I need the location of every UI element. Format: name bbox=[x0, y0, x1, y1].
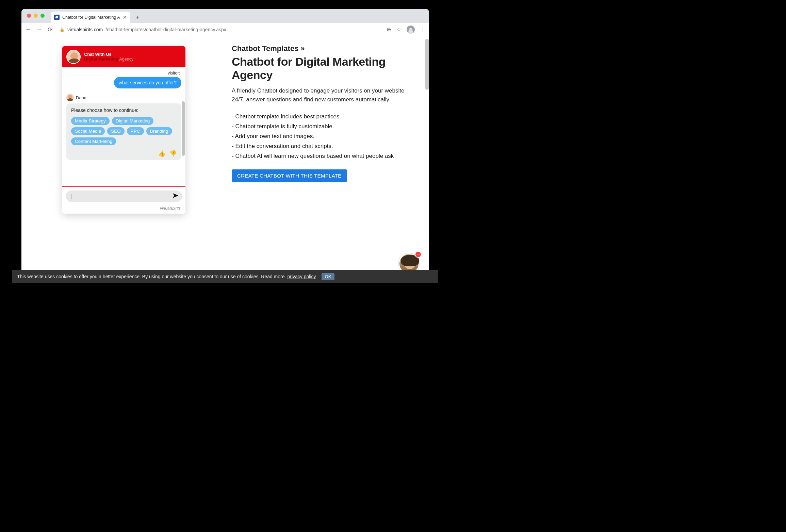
chat-header-subtitle: Digital Marketing Agency bbox=[84, 57, 133, 62]
cookie-ok-button[interactable]: OK bbox=[322, 273, 335, 280]
close-window-icon[interactable] bbox=[27, 14, 31, 18]
page-scrollbar-thumb[interactable] bbox=[425, 39, 429, 90]
url-field[interactable]: 🔒 virtualspirits.com/chatbot-templates/c… bbox=[58, 27, 382, 32]
profile-icon[interactable] bbox=[407, 26, 415, 34]
cookie-text: This website uses cookies to offer you a… bbox=[17, 274, 285, 279]
lock-icon: 🔒 bbox=[60, 27, 65, 32]
chat-input-row bbox=[66, 190, 182, 202]
address-bar: ← → ⟳ 🔒 virtualspirits.com/chatbot-templ… bbox=[21, 23, 429, 36]
bookmark-icon[interactable]: ☆ bbox=[396, 26, 401, 33]
chip-option[interactable]: Social Media bbox=[71, 127, 105, 135]
zoom-icon[interactable]: ⊕ bbox=[387, 26, 391, 33]
chat-text-input[interactable] bbox=[70, 194, 173, 199]
create-chatbot-button[interactable]: CREATE CHATBOT WITH THIS TEMPLATE bbox=[232, 169, 347, 182]
page-title: Chatbot for Digital Marketing Agency bbox=[232, 55, 409, 82]
visitor-message: what services do you offer? bbox=[114, 77, 181, 88]
new-tab-button[interactable]: + bbox=[133, 13, 143, 22]
list-item: - Chatbot template is fully customizable… bbox=[232, 122, 409, 132]
quick-reply-chips: Media Strategy Digital Marketing Social … bbox=[71, 117, 177, 145]
main-column: Chatbot Templates » Chatbot for Digital … bbox=[232, 44, 409, 182]
tab-strip: Chatbot for Digital Marketing A ✕ + bbox=[21, 9, 429, 23]
page-scrollbar[interactable] bbox=[425, 39, 429, 250]
minimize-window-icon[interactable] bbox=[34, 14, 38, 18]
cookie-banner: This website uses cookies to offer you a… bbox=[12, 270, 438, 283]
thumbs-up-icon[interactable]: 👍 bbox=[158, 150, 165, 157]
chip-option[interactable]: Content Marketing bbox=[71, 137, 116, 145]
send-icon[interactable] bbox=[173, 193, 179, 200]
powered-by: virtualspirits bbox=[160, 206, 181, 210]
browser-tab[interactable]: Chatbot for Digital Marketing A ✕ bbox=[51, 12, 130, 23]
maximize-window-icon[interactable] bbox=[40, 14, 45, 18]
visitor-label: visitor: bbox=[66, 71, 180, 76]
page-content: Chat With Us Digital Marketing Agency vi… bbox=[21, 36, 429, 276]
agent-prompt: Please choose how to continue: bbox=[71, 107, 177, 113]
feature-list: - Chatbot template includes best practic… bbox=[232, 112, 409, 161]
list-item: - Chatbot AI will learn new questions ba… bbox=[232, 151, 409, 161]
chat-header-title: Chat With Us bbox=[84, 52, 133, 57]
support-badge-icon[interactable]: ··· bbox=[415, 251, 422, 258]
agent-avatar bbox=[66, 50, 81, 64]
agent-name: Dana: bbox=[76, 95, 88, 100]
privacy-policy-link[interactable]: privacy policy bbox=[288, 274, 316, 279]
thumbs-down-icon[interactable]: 👎 bbox=[169, 150, 177, 157]
chip-option[interactable]: Branding bbox=[146, 127, 172, 135]
list-item: - Chatbot template includes best practic… bbox=[232, 112, 409, 122]
chip-option[interactable]: Digital Marketing bbox=[112, 117, 154, 125]
tab-title: Chatbot for Digital Marketing A bbox=[62, 15, 120, 20]
breadcrumb[interactable]: Chatbot Templates » bbox=[232, 44, 409, 53]
agent-message: Please choose how to continue: Media Str… bbox=[66, 103, 181, 160]
divider bbox=[62, 186, 185, 187]
chip-option[interactable]: Media Strategy bbox=[71, 117, 110, 125]
list-item: - Edit the conversation and chat scripts… bbox=[232, 142, 409, 151]
back-button[interactable]: ← bbox=[25, 26, 32, 33]
agent-avatar-small bbox=[66, 94, 74, 101]
chip-option[interactable]: SEO bbox=[107, 127, 125, 135]
chat-widget: Chat With Us Digital Marketing Agency vi… bbox=[62, 46, 185, 214]
close-tab-icon[interactable]: ✕ bbox=[123, 15, 127, 20]
list-item: - Add your own text and images. bbox=[232, 132, 409, 142]
chat-scrollbar[interactable] bbox=[182, 67, 185, 135]
chat-header: Chat With Us Digital Marketing Agency bbox=[62, 46, 185, 67]
lead-paragraph: A friendly Chatbot designed to engage yo… bbox=[232, 86, 409, 104]
url-host: virtualspirits.com bbox=[67, 27, 103, 32]
chat-scrollbar-thumb[interactable] bbox=[182, 101, 185, 156]
window-controls bbox=[27, 14, 45, 18]
chat-body: visitor: what services do you offer? Dan… bbox=[62, 67, 185, 186]
favicon-icon bbox=[54, 15, 60, 20]
url-path: /chatbot-templates/chatbot-digital-marke… bbox=[105, 27, 226, 32]
browser-window: Chatbot for Digital Marketing A ✕ + ← → … bbox=[21, 9, 429, 276]
reload-button[interactable]: ⟳ bbox=[47, 26, 53, 33]
forward-button[interactable]: → bbox=[36, 26, 43, 33]
kebab-menu-icon[interactable]: ⋮ bbox=[420, 26, 426, 33]
chip-option[interactable]: PPC bbox=[127, 127, 144, 135]
